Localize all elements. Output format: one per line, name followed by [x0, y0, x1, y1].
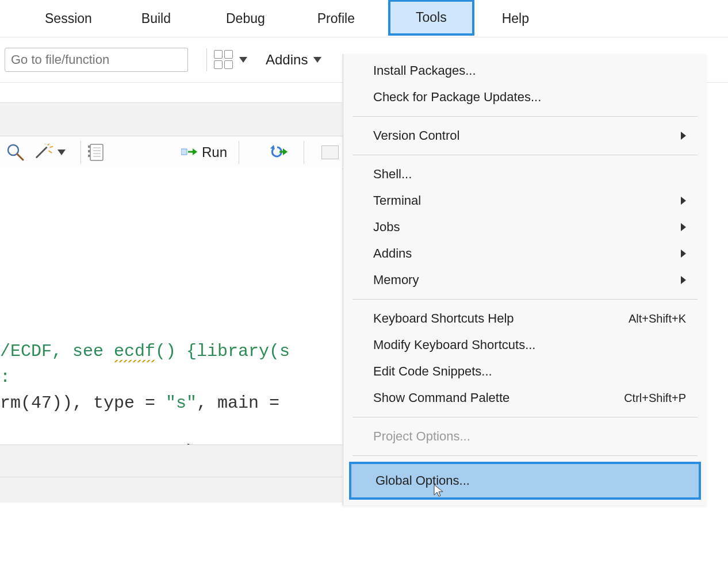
menu-modify-shortcuts[interactable]: Modify Keyboard Shortcuts...	[343, 332, 707, 358]
svg-rect-13	[88, 150, 90, 152]
menu-session[interactable]: Session	[35, 6, 102, 31]
panes-icon[interactable]	[214, 50, 247, 70]
chevron-down-icon	[313, 57, 321, 63]
menu-shell[interactable]: Shell...	[343, 161, 707, 187]
goto-input[interactable]	[5, 48, 188, 72]
menu-command-palette[interactable]: Show Command Palette Ctrl+Shift+P	[343, 385, 707, 411]
separator	[352, 116, 698, 117]
separator	[352, 455, 698, 456]
chevron-right-icon	[681, 132, 686, 140]
svg-line-2	[37, 147, 47, 157]
svg-line-6	[44, 144, 45, 144]
svg-rect-12	[88, 145, 90, 148]
menu-edit-snippets[interactable]: Edit Code Snippets...	[343, 358, 707, 385]
menu-help[interactable]: Help	[492, 6, 539, 31]
rerun-icon[interactable]	[266, 145, 289, 160]
menu-install-packages[interactable]: Install Packages...	[343, 58, 707, 84]
svg-rect-7	[90, 144, 103, 160]
menu-profile[interactable]: Profile	[307, 6, 365, 31]
addins-label: Addins	[266, 52, 308, 68]
svg-line-5	[49, 151, 52, 153]
wand-icon[interactable]	[33, 144, 66, 161]
menu-project-options: Project Options...	[343, 423, 707, 450]
svg-line-1	[17, 154, 23, 160]
editor-statusbar	[0, 444, 342, 503]
chevron-down-icon	[58, 150, 66, 155]
svg-line-3	[48, 144, 50, 145]
addins-button[interactable]: Addins	[266, 52, 321, 68]
menu-addins[interactable]: Addins	[343, 240, 707, 267]
shortcut-label: Alt+Shift+K	[629, 312, 686, 325]
tools-dropdown: Install Packages... Check for Package Up…	[343, 54, 707, 505]
chevron-down-icon	[239, 57, 247, 63]
menu-check-updates[interactable]: Check for Package Updates...	[343, 84, 707, 110]
chevron-right-icon	[681, 223, 686, 231]
source-toolbar: Run	[0, 136, 348, 169]
chevron-right-icon	[681, 276, 686, 284]
code-editor[interactable]: /ECDF, see ecdf() {library(s : rm(47)), …	[0, 168, 342, 503]
menubar: Session Build Debug Profile Tools Help	[0, 0, 728, 37]
menu-global-options[interactable]: Global Options...	[349, 462, 701, 500]
separator	[304, 141, 304, 164]
tabstrip-area	[0, 102, 342, 137]
menu-tools[interactable]: Tools	[388, 0, 474, 36]
notebook-icon[interactable]	[88, 143, 104, 162]
menu-debug[interactable]: Debug	[216, 6, 275, 31]
menu-jobs[interactable]: Jobs	[343, 214, 707, 240]
run-button[interactable]: Run	[181, 144, 227, 160]
search-icon[interactable]	[6, 143, 25, 162]
separator	[352, 155, 698, 155]
svg-line-4	[50, 147, 53, 148]
run-label: Run	[202, 144, 227, 160]
cursor-icon	[433, 484, 445, 501]
menu-build[interactable]: Build	[131, 6, 181, 31]
chevron-right-icon	[681, 250, 686, 258]
separator	[352, 417, 698, 417]
menu-keyboard-help[interactable]: Keyboard Shortcuts Help Alt+Shift+K	[343, 305, 707, 332]
svg-rect-14	[88, 155, 90, 157]
shortcut-label: Ctrl+Shift+P	[624, 392, 686, 405]
separator	[81, 141, 81, 164]
svg-rect-15	[181, 149, 187, 155]
menu-terminal[interactable]: Terminal	[343, 187, 707, 214]
menu-memory[interactable]: Memory	[343, 267, 707, 293]
separator	[206, 48, 207, 71]
separator	[352, 299, 698, 300]
separator	[239, 141, 239, 164]
source-extra-button[interactable]	[321, 145, 339, 159]
chevron-right-icon	[681, 197, 686, 205]
menu-version-control[interactable]: Version Control	[343, 122, 707, 149]
